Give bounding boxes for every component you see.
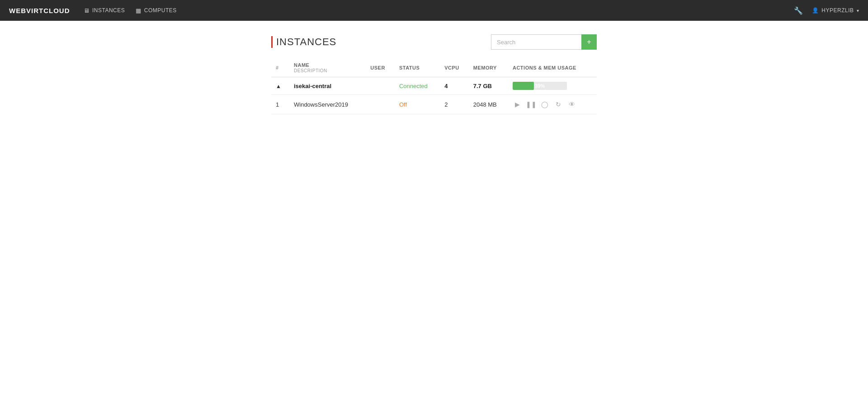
group-chevron[interactable]: ▲ [271, 77, 289, 95]
group-name: isekai-central [289, 77, 366, 95]
col-header-memory: MEMORY [469, 59, 508, 77]
instance-status: Off [395, 95, 440, 114]
col-header-hash: # [271, 59, 289, 77]
search-input[interactable] [491, 34, 581, 50]
memory-usage-bar: 39% [513, 82, 567, 90]
play-icon[interactable]: ▶ [513, 99, 523, 109]
navbar: WEBVIRTCLOUD 🖥 INSTANCES ▦ COMPUTES 🔧 👤 … [0, 0, 868, 21]
instances-table: # NAME DESCRIPTION USER STATUS VCPU MEMO… [271, 59, 597, 114]
group-memory: 7.7 GB [469, 77, 508, 95]
brand[interactable]: WEBVIRTCLOUD [9, 7, 70, 14]
nav-instances-label: INSTANCES [92, 7, 125, 14]
user-caret: ▾ [857, 8, 859, 13]
col-header-user: USER [366, 59, 395, 77]
memory-bar-fill [513, 82, 534, 90]
instance-memory: 2048 MB [469, 95, 508, 114]
action-icons: ▶ ❚❚ ◯ ↻ 👁 [513, 99, 592, 109]
eye-icon[interactable]: 👁 [567, 99, 577, 109]
table-row: ▲ isekai-central Connected 4 7.7 GB 39% [271, 77, 597, 95]
col-header-vcpu: VCPU [440, 59, 469, 77]
instances-icon: 🖥 [84, 7, 90, 14]
instance-num: 1 [271, 95, 289, 114]
group-vcpu: 4 [440, 77, 469, 95]
chevron-up-icon: ▲ [276, 83, 281, 89]
refresh-icon[interactable]: ↻ [553, 99, 563, 109]
nav-links: 🖥 INSTANCES ▦ COMPUTES [84, 7, 780, 14]
table-row: 1 WindowsServer2019 Off 2 2048 MB ▶ ❚❚ ◯… [271, 95, 597, 114]
group-user [366, 77, 395, 95]
page-header: INSTANCES + [271, 34, 597, 50]
group-status: Connected [395, 77, 440, 95]
instance-vcpu: 2 [440, 95, 469, 114]
col-header-actions: ACTIONS & MEM USAGE [508, 59, 597, 77]
user-label: HYPERZLIB [821, 7, 854, 14]
power-icon[interactable]: ◯ [540, 99, 550, 109]
group-mem-usage: 39% [508, 77, 597, 95]
col-header-status: STATUS [395, 59, 440, 77]
table-body: ▲ isekai-central Connected 4 7.7 GB 39% [271, 77, 597, 114]
computes-icon: ▦ [136, 7, 142, 14]
memory-bar-label: 39% [535, 83, 545, 89]
navbar-right: 🔧 👤 HYPERZLIB ▾ [794, 6, 859, 15]
add-instance-button[interactable]: + [581, 34, 597, 50]
col-header-name: NAME DESCRIPTION [289, 59, 366, 77]
instance-actions: ▶ ❚❚ ◯ ↻ 👁 [508, 95, 597, 114]
instance-name: WindowsServer2019 [289, 95, 366, 114]
page-title: INSTANCES [271, 36, 336, 48]
nav-computes-label: COMPUTES [144, 7, 177, 14]
plus-icon: + [587, 38, 591, 46]
pause-icon[interactable]: ❚❚ [526, 99, 536, 109]
nav-instances[interactable]: 🖥 INSTANCES [84, 7, 125, 14]
instance-user [366, 95, 395, 114]
main-content: INSTANCES + # NAME DESCRIPTION USER STAT… [262, 21, 606, 128]
table-header: # NAME DESCRIPTION USER STATUS VCPU MEMO… [271, 59, 597, 77]
tools-icon[interactable]: 🔧 [794, 6, 803, 15]
user-menu[interactable]: 👤 HYPERZLIB ▾ [812, 7, 859, 14]
user-icon: 👤 [812, 7, 819, 14]
nav-computes[interactable]: ▦ COMPUTES [136, 7, 177, 14]
search-area: + [491, 34, 597, 50]
